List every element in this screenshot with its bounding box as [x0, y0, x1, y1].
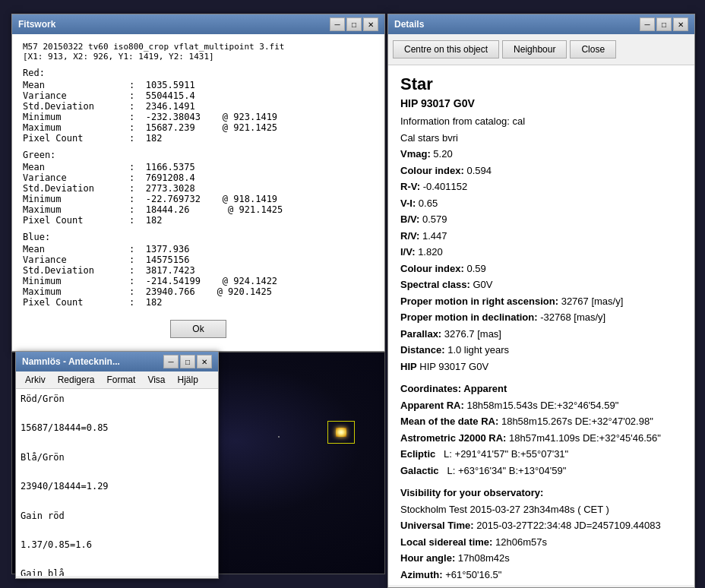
- red-max-val: 15687.239 @ 921.1425: [146, 122, 374, 133]
- details-toolbar: Centre on this object Neighbour Close: [388, 34, 694, 65]
- menu-format[interactable]: Format: [100, 373, 141, 387]
- parallax-line: Parallax: 3276.7 [mas]: [400, 327, 682, 342]
- astrometric-line: Astrometric J2000 RA: 18h57m41.109s DE:+…: [400, 431, 682, 446]
- red-px-row: Pixel Count : 182: [23, 133, 374, 144]
- colour-index-line: Colour index: 0.594: [400, 163, 682, 179]
- notepad-line: 1.37/0.85=1.6: [21, 538, 213, 552]
- red-min-row: Minimum : -232.38043 @ 923.1419: [23, 112, 374, 122]
- notepad-titlebar: Namnlös - Antecknin... ─ □ ✕: [16, 352, 218, 371]
- notepad-line: 23940/18444=1.29: [21, 479, 213, 494]
- cal-stars: Cal stars bvri: [400, 131, 682, 146]
- star-selection-box: [327, 421, 355, 444]
- distance-line: Distance: 1.0 light years: [400, 343, 682, 358]
- red-max-row: Maximum : 15687.239 @ 921.1425: [23, 122, 374, 133]
- centre-button[interactable]: Centre on this object: [393, 40, 499, 58]
- hour-line: Hour angle: 17h08m42s: [400, 551, 682, 566]
- details-content: Star HIP 93017 G0V Information from cata…: [388, 65, 694, 585]
- notepad-line: Gain röd: [21, 509, 213, 523]
- green-std-row: Std.Deviation : 2773.3028: [23, 183, 374, 194]
- notepad-line: 15687/18444=0.85: [21, 421, 213, 435]
- red-mean-val: 1035.5911: [146, 80, 374, 90]
- star-hip: HIP 93017 G0V: [400, 97, 682, 109]
- apparent-line: Apparent RA: 18h58m15.543s DE:+32°46'54.…: [400, 398, 682, 413]
- notepad-close[interactable]: ✕: [197, 355, 212, 368]
- fitswork-titlebar: Fitswork ─ □ ✕: [12, 14, 384, 34]
- menu-redigera[interactable]: Redigera: [52, 373, 101, 387]
- riv-line: R/V: 1.447: [400, 229, 682, 244]
- red-mean-label: Mean: [23, 80, 129, 90]
- universal-line: Universal Time: 2015-03-27T22:34:48 JD=2…: [400, 518, 682, 533]
- bv-line: B/V: 0.579: [400, 212, 682, 227]
- details-titlebar: Details ─ □ ✕: [388, 14, 694, 34]
- colour-index2-line: Colour index: 0.59: [400, 261, 682, 277]
- coords-section: Coordinates: Apparent: [400, 381, 682, 397]
- details-maximize[interactable]: □: [656, 17, 672, 31]
- ecliptic-line: Ecliptic L: +291°41'57" B:+55°07'31": [400, 447, 682, 462]
- iiv-line: I/V: 1.820: [400, 245, 682, 260]
- red-std-row: Std.Deviation : 2346.1491: [23, 101, 374, 112]
- notepad-minimize[interactable]: ─: [163, 355, 179, 368]
- green-var-row: Variance : 7691208.4: [23, 172, 374, 183]
- fitswork-title: Fitswork: [18, 19, 55, 30]
- ok-button[interactable]: Ok: [170, 320, 226, 338]
- fitswork-minimize[interactable]: ─: [330, 17, 345, 31]
- details-controls: ─ □ ✕: [640, 17, 688, 31]
- details-close-btn[interactable]: ✕: [673, 17, 688, 31]
- blue-px-row: Pixel Count : 182: [23, 297, 374, 308]
- visibility-section: Visibility for your observatory:: [400, 485, 682, 501]
- selected-star: [336, 428, 346, 437]
- stockholm-line: Stockholm Test 2015-03-27 23h34m48s ( CE…: [400, 502, 682, 517]
- green-section-label: Green:: [23, 150, 374, 160]
- sidereal-line: Local sidereal time: 12h06m57s: [400, 535, 682, 550]
- details-window: Details ─ □ ✕ Centre on this object Neig…: [387, 14, 695, 588]
- notepad-line: Röd/Grön: [21, 392, 213, 406]
- close-button[interactable]: Close: [570, 40, 616, 58]
- mean-line: Mean of the date RA: 18h58m15.267s DE:+3…: [400, 414, 682, 429]
- notepad-line: [21, 494, 213, 508]
- red-min-val: -232.38043 @ 923.1419: [146, 112, 374, 122]
- green-max-row: Maximum : 18444.26 @ 921.1425: [23, 204, 374, 215]
- red-max-label: Maximum: [23, 122, 129, 133]
- blue-max-row: Maximum : 23940.766 @ 920.1425: [23, 286, 374, 297]
- azimuth-line: Azimuth: +61°50'16.5": [400, 567, 682, 583]
- menu-arkiv[interactable]: Arkiv: [19, 373, 52, 387]
- notepad-line: [21, 406, 213, 421]
- notepad-line: [21, 523, 213, 538]
- red-px-label: Pixel Count: [23, 133, 129, 144]
- notepad-line: [21, 436, 213, 450]
- catalog-info: Information from catalog: cal: [400, 114, 682, 129]
- red-section-label: Red:: [23, 68, 374, 78]
- details-title: Details: [394, 19, 424, 30]
- vmag-line: Vmag: 5.20: [400, 147, 682, 162]
- notepad-line: Gain blå: [21, 567, 213, 576]
- notepad-text-area[interactable]: Röd/Grön 15687/18444=0.85 Blå/Grön 23940…: [16, 389, 218, 576]
- star-name: Star: [400, 74, 682, 94]
- menu-hjalp[interactable]: Hjälp: [172, 373, 204, 387]
- red-std-val: 2346.1491: [146, 101, 374, 112]
- filename-text: M57 20150322 tv60 iso800_crop vflat_mult…: [23, 42, 374, 62]
- menu-visa[interactable]: Visa: [141, 373, 171, 387]
- red-var-row: Variance : 5504415.4: [23, 90, 374, 101]
- green-min-row: Minimum : -22.769732 @ 918.1419: [23, 194, 374, 204]
- red-std-label: Std.Deviation: [23, 101, 129, 112]
- blue-mean-row: Mean : 1377.936: [23, 244, 374, 254]
- red-min-label: Minimum: [23, 112, 129, 122]
- red-px-val: 182: [146, 133, 374, 144]
- fitswork-window: Fitswork ─ □ ✕ M57 20150322 tv60 iso800_…: [11, 14, 385, 352]
- details-minimize[interactable]: ─: [640, 17, 655, 31]
- neighbour-button[interactable]: Neighbour: [502, 40, 567, 58]
- altitude-line: Altitude: +21°37'52.7": [400, 583, 682, 585]
- fitswork-controls: ─ □ ✕: [330, 17, 378, 31]
- notepad-menubar: Arkiv Redigera Format Visa Hjälp: [16, 371, 218, 389]
- vi-line: V-I: 0.65: [400, 196, 682, 211]
- notepad-line: [21, 552, 213, 567]
- red-var-label: Variance: [23, 90, 129, 101]
- fitswork-maximize[interactable]: □: [346, 17, 362, 31]
- notepad-maximize[interactable]: □: [180, 355, 195, 368]
- proper-ra-line: Proper motion in right ascension: 32767 …: [400, 294, 682, 309]
- spectral-line: Spectral class: G0V: [400, 277, 682, 292]
- red-mean-row: Mean : 1035.5911: [23, 80, 374, 90]
- proper-dec-line: Proper motion in declination: -32768 [ma…: [400, 310, 682, 325]
- blue-min-row: Minimum : -214.54199 @ 924.1422: [23, 276, 374, 286]
- fitswork-close[interactable]: ✕: [363, 17, 378, 31]
